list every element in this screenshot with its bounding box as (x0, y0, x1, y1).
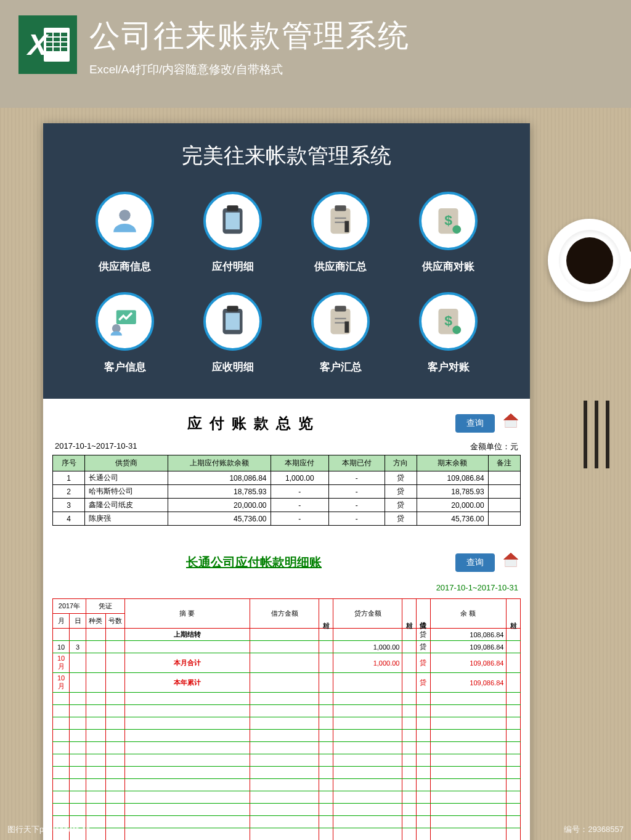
query-button[interactable]: 查询 (455, 553, 495, 572)
table-row (53, 828, 521, 841)
page-title: 公司往来账款管理系统 (89, 15, 410, 57)
summary-table: 序号 供货商 上期应付账款余额 本期应付 本期已付 方向 期末余额 备注 1长通… (52, 455, 521, 526)
money-icon: $ (431, 204, 465, 238)
svg-rect-8 (344, 221, 349, 232)
module-supplier-reconcile[interactable]: $ 供应商对账 (410, 192, 487, 274)
system-panel: 完美往来帐款管理系统 供应商信息 应付明细 供应商汇总 $ 供应商对账 客户信息 (43, 123, 530, 399)
excel-icon: X (18, 15, 77, 74)
svg-point-24 (452, 325, 461, 334)
svg-rect-5 (335, 205, 346, 211)
module-payable-detail[interactable]: 应付明细 (194, 192, 271, 274)
table-row (53, 717, 521, 730)
table-row (53, 767, 521, 779)
ledger-date-range: 2017-10-1~2017-10-31 (52, 581, 521, 595)
svg-rect-16 (227, 306, 238, 311)
table-row: 1031,000.00贷109,086.84 (53, 641, 521, 653)
summary-title: 应付账款总览 (52, 414, 455, 433)
table-row (53, 791, 521, 804)
system-title: 完美往来帐款管理系统 (68, 142, 505, 170)
money-icon: $ (431, 304, 465, 338)
svg-text:$: $ (444, 212, 452, 228)
header-banner: X 公司往来账款管理系统 Excel/A4打印/内容随意修改/自带格式 (0, 0, 631, 108)
coffee-decoration (548, 219, 631, 327)
module-supplier-summary[interactable]: 供应商汇总 (302, 192, 379, 274)
module-customer-reconcile[interactable]: $ 客户对账 (410, 292, 487, 374)
table-row: 10月本年累计贷109,086.84 (53, 673, 521, 693)
page-subtitle: Excel/A4打印/内容随意修改/自带格式 (89, 62, 410, 78)
module-customer-summary[interactable]: 客户汇总 (302, 292, 379, 374)
table-row: 上期结转贷108,086.84 (53, 629, 521, 641)
ledger-table: 2017年 凭证 摘 要 借方金额 核对 贷方金额 核对 借或贷 余 额 核对 … (52, 598, 521, 840)
home-icon[interactable] (501, 411, 521, 435)
report-icon (324, 304, 357, 338)
table-row (53, 804, 521, 816)
query-button[interactable]: 查询 (455, 414, 495, 433)
ledger-section: 长通公司应付帐款明细账 查询 2017-10-1~2017-10-31 2017… (43, 538, 530, 840)
svg-rect-2 (226, 213, 240, 230)
table-row (53, 754, 521, 767)
module-supplier-info[interactable]: 供应商信息 (86, 192, 163, 274)
svg-rect-18 (335, 306, 346, 311)
table-row: 1长通公司108,086.841,000.00-贷109,086.84 (53, 471, 521, 485)
watermark-left: 图行天下photophoto.cn (7, 824, 90, 835)
table-row (53, 693, 521, 705)
svg-point-0 (119, 210, 130, 221)
chopsticks-decoration (584, 401, 609, 468)
module-grid: 供应商信息 应付明细 供应商汇总 $ 供应商对账 客户信息 应收明细 (68, 192, 505, 374)
table-row: 3鑫隆公司纸皮20,000.00--贷20,000.00 (53, 499, 521, 512)
svg-rect-15 (226, 313, 240, 330)
svg-text:$: $ (444, 312, 452, 328)
home-icon[interactable] (501, 550, 521, 574)
chart-user-icon (108, 304, 142, 338)
document-preview: 完美往来帐款管理系统 供应商信息 应付明细 供应商汇总 $ 供应商对账 客户信息 (43, 123, 530, 840)
summary-section: 应付账款总览 查询 2017-10-1~2017-10-31 金额单位：元 序号… (43, 399, 530, 538)
table-row (53, 779, 521, 791)
clipboard-icon (216, 304, 250, 338)
watermark-right: 编号：29368557 (564, 824, 624, 835)
table-row (53, 816, 521, 828)
svg-rect-3 (227, 205, 238, 211)
svg-rect-25 (505, 420, 517, 428)
report-icon (324, 204, 357, 238)
table-row (53, 742, 521, 754)
table-row: 2哈韦斯特公司18,785.93--贷18,785.93 (53, 485, 521, 499)
user-icon (108, 204, 142, 238)
svg-rect-21 (344, 322, 349, 333)
table-row: 10月本月合计1,000.00贷109,086.84 (53, 653, 521, 673)
clipboard-icon (216, 204, 250, 238)
date-range: 2017-10-1~2017-10-31 (55, 441, 137, 452)
svg-rect-26 (505, 560, 517, 567)
module-customer-info[interactable]: 客户信息 (86, 292, 163, 374)
table-row (53, 730, 521, 742)
ledger-title: 长通公司应付帐款明细账 (52, 554, 455, 571)
table-row: 4陈庚强45,736.00--贷45,736.00 (53, 512, 521, 526)
amount-unit: 金额单位：元 (470, 441, 518, 452)
svg-point-11 (452, 225, 461, 234)
module-receivable-detail[interactable]: 应收明细 (194, 292, 271, 374)
table-row (53, 705, 521, 717)
